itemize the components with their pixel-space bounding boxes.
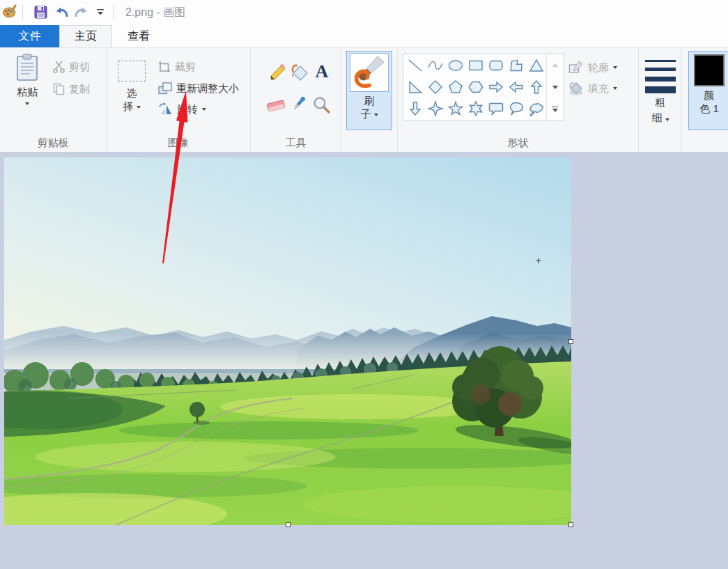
shape-ellipse-icon[interactable] (446, 55, 465, 75)
shape-rectangle-icon[interactable] (466, 55, 486, 75)
resize-handle-corner[interactable] (568, 522, 573, 527)
shape-arrow-down-icon[interactable] (405, 98, 425, 118)
save-icon[interactable] (33, 4, 48, 20)
group-brushes: 刷 子 (341, 48, 398, 152)
size-label-2: 细 (651, 111, 662, 123)
rotate-button[interactable]: 旋转 (158, 102, 206, 117)
divider (22, 4, 23, 20)
shapes-group-label: 形状 (398, 137, 638, 150)
color1-swatch (694, 54, 725, 86)
rotate-dropdown-icon (202, 108, 206, 111)
title-bar: 2.png - 画图 (0, 0, 728, 25)
clipboard-group-label: 剪贴板 (0, 137, 106, 150)
shape-triangle-icon[interactable] (527, 55, 546, 75)
text-icon[interactable]: A (312, 62, 332, 81)
shape-fill-dropdown-icon (613, 87, 617, 90)
shape-right-triangle-icon[interactable] (405, 77, 425, 97)
outline-dropdown-icon (613, 66, 617, 69)
select-label-2: 择 (123, 100, 134, 114)
shape-curve-icon[interactable] (426, 55, 445, 75)
paste-button[interactable]: 粘贴 (7, 54, 47, 105)
outline-button[interactable]: 轮廓 (568, 60, 617, 75)
resize-handle-bottom[interactable] (286, 522, 291, 527)
landscape-image (4, 157, 571, 525)
color1-label-1: 颜 (704, 89, 715, 102)
gallery-more-icon[interactable] (547, 98, 563, 120)
shape-diamond-icon[interactable] (426, 77, 445, 97)
select-icon (118, 61, 146, 81)
size-line-3 (645, 77, 676, 81)
magnifier-icon[interactable] (312, 95, 332, 115)
shape-callout-cloud-icon[interactable] (527, 98, 546, 118)
size-label-2-wrap: 细 (639, 111, 682, 125)
paste-label: 粘贴 (17, 86, 38, 99)
shape-hexagon-icon[interactable] (466, 77, 486, 97)
paint-app-icon[interactable] (2, 4, 17, 20)
brushes-dropdown-icon (374, 114, 378, 116)
group-tools: A (251, 48, 341, 152)
image-group-label: 图像 (107, 137, 250, 150)
crop-icon (158, 61, 171, 73)
tab-home[interactable]: 主页 (59, 25, 112, 47)
copy-label: 复制 (69, 83, 90, 96)
rotate-icon (158, 102, 173, 116)
outline-icon (568, 61, 584, 75)
rotate-label: 旋转 (177, 103, 198, 116)
tab-view[interactable]: 查看 (112, 25, 165, 47)
size-line-1 (645, 60, 676, 62)
brushes-button[interactable]: 刷 子 (346, 51, 392, 130)
shape-callout-oval-icon[interactable] (506, 98, 526, 118)
group-size: 粗 细 (639, 48, 682, 152)
eraser-icon[interactable] (266, 95, 286, 115)
qat-dropdown-icon[interactable] (95, 4, 106, 20)
brushes-label-2: 子 (361, 108, 371, 121)
resize-button[interactable]: 重新调整大小 (158, 81, 239, 96)
shape-star-6-icon[interactable] (466, 98, 486, 118)
crop-button[interactable]: 裁剪 (158, 59, 196, 75)
shape-polygon-icon[interactable] (506, 55, 526, 75)
copy-icon (53, 83, 65, 95)
brush-icon (350, 53, 389, 92)
cut-button[interactable]: 剪切 (53, 59, 90, 75)
shape-arrow-left-icon[interactable] (506, 77, 526, 97)
size-line-4 (645, 86, 676, 93)
color1-label-2: 色 1 (699, 102, 719, 116)
redo-icon[interactable] (73, 4, 88, 20)
resize-handle-right[interactable] (568, 339, 573, 344)
drawing-canvas[interactable] (4, 157, 571, 525)
select-button[interactable]: 选 择 (112, 55, 151, 114)
shape-arrow-up-icon[interactable] (527, 77, 546, 97)
shape-rounded-rectangle-icon[interactable] (486, 55, 506, 75)
outline-label: 轮廓 (588, 61, 609, 75)
fill-bucket-icon[interactable] (289, 62, 309, 81)
shape-fill-label: 填充 (588, 82, 609, 95)
size-button[interactable]: 粗 细 (639, 48, 682, 130)
pencil-icon[interactable] (268, 63, 287, 83)
window-title: 2.png - 画图 (125, 6, 185, 20)
shapes-gallery-scroll (546, 54, 563, 120)
shape-line-icon[interactable] (405, 55, 425, 75)
shape-arrow-right-icon[interactable] (486, 77, 506, 97)
workspace (0, 152, 728, 569)
size-line-2 (645, 68, 676, 71)
shape-fill-button[interactable]: 填充 (568, 81, 617, 96)
color1-button[interactable]: 颜 色 1 (688, 51, 728, 130)
scissors-icon (53, 61, 65, 73)
tab-file[interactable]: 文件 (0, 25, 59, 47)
size-label-1: 粗 (639, 96, 682, 109)
brushes-label-1: 刷 (364, 95, 375, 108)
resize-icon (158, 82, 172, 95)
clipboard-icon (16, 54, 38, 81)
undo-icon[interactable] (54, 4, 70, 20)
cut-label: 剪切 (69, 61, 90, 74)
gallery-scroll-down-icon[interactable] (547, 77, 563, 99)
shape-star-5-icon[interactable] (446, 98, 465, 118)
gallery-scroll-up-icon[interactable] (547, 54, 563, 77)
shape-callout-rect-icon[interactable] (486, 98, 506, 118)
tools-group-label: 工具 (251, 137, 341, 150)
copy-button[interactable]: 复制 (53, 81, 90, 97)
shape-pentagon-icon[interactable] (446, 77, 465, 97)
shape-star-4-icon[interactable] (426, 98, 445, 118)
color-picker-icon[interactable] (289, 94, 309, 114)
ribbon: 粘贴 剪切 复制 剪贴板 选 择 (0, 47, 728, 152)
